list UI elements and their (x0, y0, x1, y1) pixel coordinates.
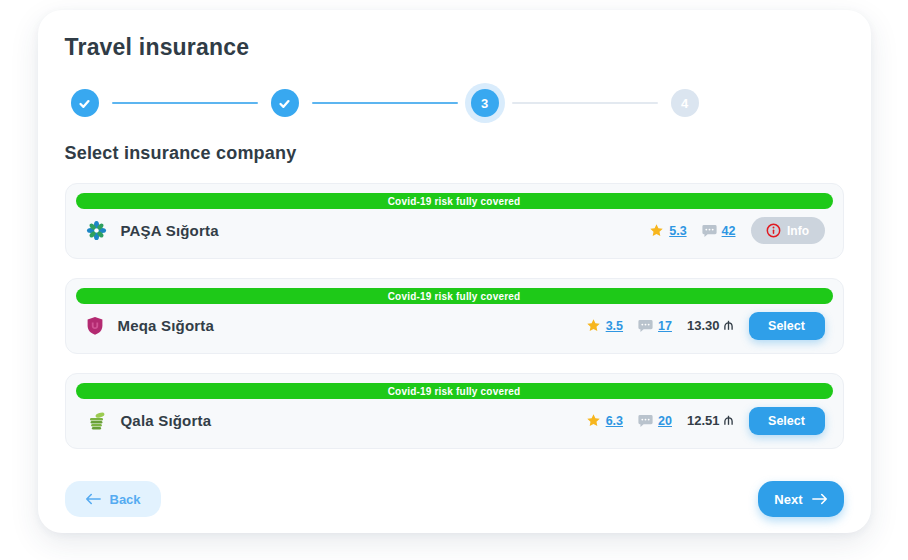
checkmark-icon (77, 96, 92, 111)
rating-link[interactable]: 3.5 (606, 319, 623, 333)
stepper-connector (512, 102, 658, 104)
arrow-left-icon (85, 493, 101, 505)
step-number: 3 (471, 89, 499, 117)
info-button[interactable]: Info (751, 217, 825, 244)
comments-link[interactable]: 42 (722, 224, 736, 238)
qala-sigorta-logo-icon (86, 411, 107, 431)
next-button-label: Next (774, 492, 802, 507)
company-card-qala: Covid-19 risk fully covered Qala Sığorta (65, 373, 844, 449)
back-button-label: Back (110, 492, 141, 507)
select-button[interactable]: Select (749, 407, 825, 435)
star-icon (586, 318, 601, 333)
meqa-sigorta-logo-icon (86, 316, 104, 336)
company-name: Meqa Sığorta (118, 317, 215, 334)
company-name: PAŞA Sığorta (121, 222, 219, 239)
price-value: 12.51 (687, 413, 720, 428)
comments-icon (638, 319, 653, 333)
arrow-right-icon (812, 493, 828, 505)
stepper-connector (312, 102, 458, 104)
comments-icon (638, 414, 653, 428)
manat-currency-icon (723, 320, 734, 331)
comments-link[interactable]: 20 (658, 414, 672, 428)
rating-link[interactable]: 5.3 (669, 224, 686, 238)
star-icon (649, 223, 664, 238)
page-title: Travel insurance (65, 34, 844, 61)
price-value: 13.30 (687, 318, 720, 333)
rating-link[interactable]: 6.3 (606, 414, 623, 428)
alert-info-icon (766, 223, 781, 238)
company-card-pasa: Covid-19 risk fully covered (65, 183, 844, 259)
manat-currency-icon (723, 415, 734, 426)
stepper-connector (112, 102, 258, 104)
step-1-done (65, 83, 105, 123)
covid-banner: Covid-19 risk fully covered (76, 383, 833, 399)
comments-icon (702, 224, 717, 238)
step-2-done (265, 83, 305, 123)
step-4-upcoming: 4 (665, 83, 705, 123)
step-3-active: 3 (465, 83, 505, 123)
travel-insurance-panel: Travel insurance 3 4 Select insura (38, 10, 871, 533)
comments-link[interactable]: 17 (658, 319, 672, 333)
checkmark-icon (277, 96, 292, 111)
select-button[interactable]: Select (749, 312, 825, 340)
step-number: 4 (671, 89, 699, 117)
star-icon (586, 413, 601, 428)
back-button[interactable]: Back (65, 481, 161, 517)
next-button[interactable]: Next (758, 481, 843, 517)
covid-banner: Covid-19 risk fully covered (76, 288, 833, 304)
pasa-sigorta-logo-icon (86, 220, 107, 241)
price: 12.51 (687, 413, 734, 428)
info-button-label: Info (787, 224, 809, 238)
company-name: Qala Sığorta (121, 412, 212, 429)
section-heading: Select insurance company (65, 143, 844, 164)
progress-stepper: 3 4 (65, 83, 705, 123)
company-card-meqa: Covid-19 risk fully covered Meqa Sığorta… (65, 278, 844, 354)
covid-banner: Covid-19 risk fully covered (76, 193, 833, 209)
price: 13.30 (687, 318, 734, 333)
